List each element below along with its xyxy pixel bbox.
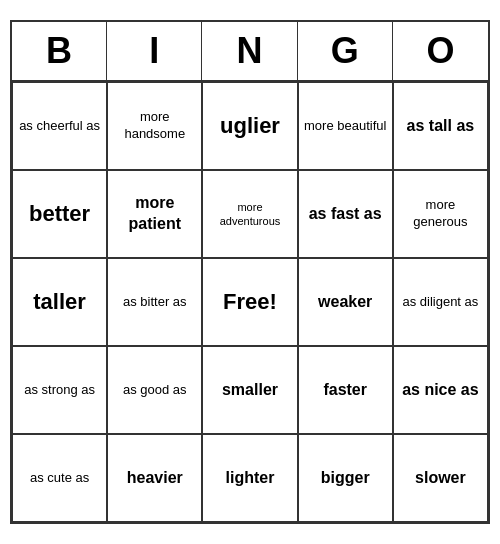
bingo-cell: as good as [107, 346, 202, 434]
cell-text: as diligent as [402, 294, 478, 311]
bingo-cell: more patient [107, 170, 202, 258]
cell-text: lighter [226, 468, 275, 489]
bingo-cell: more adventurous [202, 170, 297, 258]
header-letter: G [298, 22, 393, 80]
cell-text: as nice as [402, 380, 479, 401]
cell-text: heavier [127, 468, 183, 489]
bingo-cell: more handsome [107, 82, 202, 170]
cell-text: bigger [321, 468, 370, 489]
bingo-cell: as cheerful as [12, 82, 107, 170]
bingo-cell: Free! [202, 258, 297, 346]
cell-text: better [29, 200, 90, 229]
bingo-cell: as tall as [393, 82, 488, 170]
bingo-cell: lighter [202, 434, 297, 522]
cell-text: more adventurous [207, 200, 292, 229]
header-letter: N [202, 22, 297, 80]
cell-text: as strong as [24, 382, 95, 399]
cell-text: as fast as [309, 204, 382, 225]
bingo-cell: taller [12, 258, 107, 346]
cell-text: more beautiful [304, 118, 386, 135]
bingo-grid: as cheerful asmore handsomeugliermore be… [12, 82, 488, 522]
bingo-cell: weaker [298, 258, 393, 346]
cell-text: uglier [220, 112, 280, 141]
bingo-header: BINGO [12, 22, 488, 82]
bingo-cell: heavier [107, 434, 202, 522]
cell-text: as good as [123, 382, 187, 399]
bingo-cell: faster [298, 346, 393, 434]
cell-text: as cute as [30, 470, 89, 487]
cell-text: as tall as [407, 116, 475, 137]
cell-text: more handsome [112, 109, 197, 143]
cell-text: Free! [223, 288, 277, 317]
bingo-cell: as strong as [12, 346, 107, 434]
cell-text: slower [415, 468, 466, 489]
bingo-cell: more beautiful [298, 82, 393, 170]
bingo-cell: as bitter as [107, 258, 202, 346]
bingo-cell: uglier [202, 82, 297, 170]
cell-text: as bitter as [123, 294, 187, 311]
bingo-cell: as diligent as [393, 258, 488, 346]
bingo-cell: as nice as [393, 346, 488, 434]
cell-text: more patient [112, 193, 197, 235]
cell-text: smaller [222, 380, 278, 401]
header-letter: B [12, 22, 107, 80]
cell-text: as cheerful as [19, 118, 100, 135]
header-letter: I [107, 22, 202, 80]
cell-text: more generous [398, 197, 483, 231]
bingo-cell: better [12, 170, 107, 258]
cell-text: faster [323, 380, 367, 401]
bingo-cell: more generous [393, 170, 488, 258]
bingo-cell: as cute as [12, 434, 107, 522]
cell-text: weaker [318, 292, 372, 313]
bingo-cell: bigger [298, 434, 393, 522]
cell-text: taller [33, 288, 86, 317]
bingo-cell: as fast as [298, 170, 393, 258]
bingo-card: BINGO as cheerful asmore handsomeuglierm… [10, 20, 490, 524]
bingo-cell: smaller [202, 346, 297, 434]
bingo-cell: slower [393, 434, 488, 522]
header-letter: O [393, 22, 488, 80]
